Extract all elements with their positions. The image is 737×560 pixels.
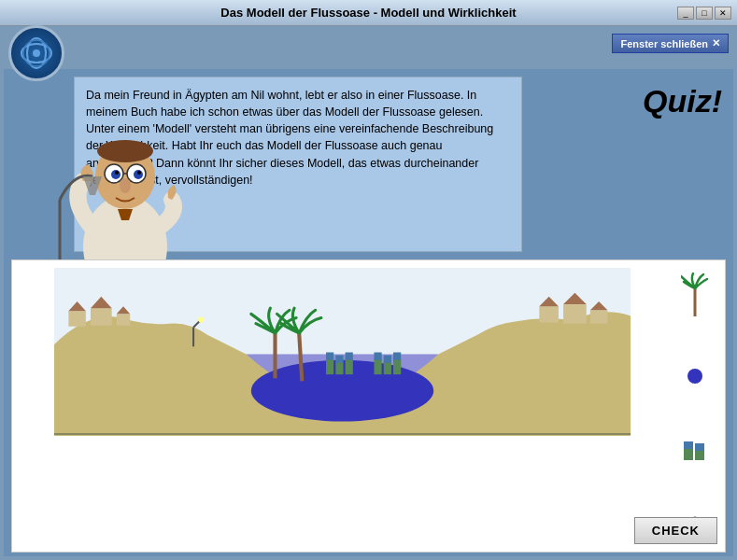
svg-rect-41 <box>374 353 381 360</box>
svg-rect-45 <box>393 353 401 360</box>
svg-point-6 <box>97 140 153 162</box>
diagram-container: CHECK <box>11 259 726 553</box>
svg-rect-44 <box>393 359 401 374</box>
close-button-label: Fenster schließen <box>620 38 708 49</box>
svg-rect-30 <box>590 310 608 323</box>
svg-rect-28 <box>563 304 587 324</box>
river-oasis-diagram <box>20 268 665 436</box>
svg-rect-53 <box>684 441 693 449</box>
top-section: Fenster schließen ✕ <box>4 30 733 67</box>
svg-point-14 <box>120 178 131 193</box>
svg-rect-20 <box>68 311 86 326</box>
minimize-button[interactable]: _ <box>677 7 694 20</box>
water-item[interactable] <box>686 367 704 389</box>
main-area: Fenster schließen ✕ Da mein Freund in Äg… <box>0 26 737 560</box>
svg-point-2 <box>33 49 40 57</box>
text-char-area: Da mein Freund in Ägypten am Nil wohnt, … <box>4 69 733 256</box>
close-window-button[interactable]: ✕ <box>715 7 731 20</box>
svg-rect-40 <box>374 359 381 374</box>
character-illustration <box>41 97 228 284</box>
svg-rect-54 <box>695 451 704 460</box>
content-panel: Da mein Freund in Ägypten am Nil wohnt, … <box>4 69 733 556</box>
maximize-button[interactable]: □ <box>696 7 713 20</box>
svg-rect-36 <box>335 362 343 374</box>
svg-rect-42 <box>384 362 391 374</box>
window-title: Das Modell der Flussoase - Modell und Wi… <box>220 6 516 20</box>
window-controls: _ □ ✕ <box>677 7 731 20</box>
svg-rect-22 <box>91 308 112 326</box>
svg-rect-35 <box>326 353 333 360</box>
fenster-schliessen-button[interactable]: Fenster schließen ✕ <box>612 34 729 53</box>
svg-point-49 <box>198 316 204 322</box>
close-button-icon: ✕ <box>712 37 720 49</box>
app-logo <box>8 25 64 81</box>
svg-rect-38 <box>346 359 353 374</box>
diagram-main <box>20 268 665 436</box>
svg-rect-39 <box>346 353 353 360</box>
svg-rect-26 <box>539 306 559 322</box>
vegetation-item[interactable] <box>684 441 706 464</box>
svg-point-51 <box>687 369 702 384</box>
diagram-sidebar <box>673 268 717 544</box>
check-button[interactable]: CHECK <box>634 517 717 544</box>
svg-rect-43 <box>384 356 391 363</box>
svg-point-11 <box>115 171 119 175</box>
svg-rect-34 <box>326 359 333 374</box>
svg-rect-37 <box>335 356 343 363</box>
svg-rect-24 <box>117 314 130 325</box>
quiz-label: Quiz! <box>643 83 722 119</box>
svg-point-12 <box>137 171 141 175</box>
title-bar: Das Modell der Flussoase - Modell und Wi… <box>0 0 737 26</box>
close-button-container: Fenster schließen ✕ <box>612 34 729 53</box>
palm-tree-item[interactable] <box>681 272 709 318</box>
svg-rect-52 <box>684 449 693 460</box>
svg-rect-55 <box>695 443 704 451</box>
